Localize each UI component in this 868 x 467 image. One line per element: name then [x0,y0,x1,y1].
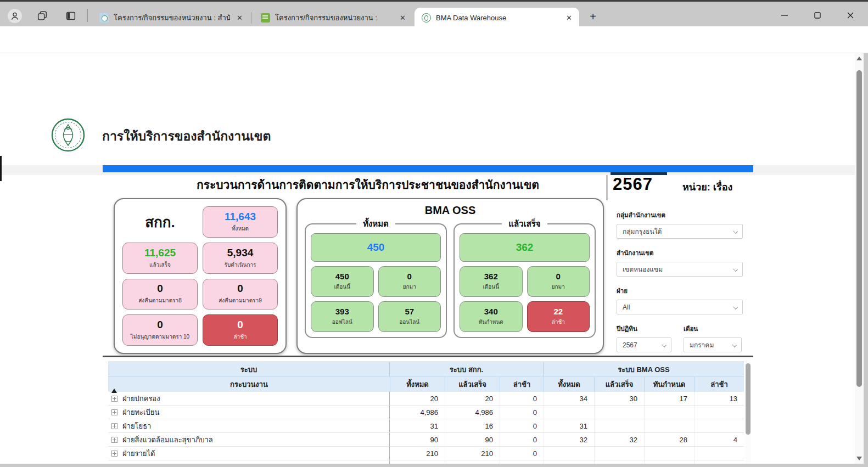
cell-value [544,406,594,419]
table-group-header[interactable]: ระบบ [108,362,390,377]
expand-icon[interactable] [111,437,117,443]
table-row: ฝ่ายทะเบียน4,9864,9860 [108,406,744,419]
table-column-header[interactable]: แล้วเสร็จ [594,377,644,392]
cell-value: 31 [390,419,445,432]
expand-icon[interactable] [111,423,117,429]
table-group-header-row: ระบบระบบ สกก.ระบบ BMA OSS [108,362,744,377]
cell-value: 0 [500,406,544,419]
cell-value: 32 [594,433,644,446]
filter-dropdown[interactable]: All [617,300,743,314]
profile-icon[interactable] [8,9,22,23]
stat-value: 11,643 [225,211,256,223]
stat-label: ออนไลน์ [399,318,419,326]
oss-stat-box: 340ทันกำหนด [460,301,523,332]
filter-dropdown[interactable]: เขตหนองแขม [617,262,743,277]
browser-tab-2[interactable]: โครงการ/กิจกรรมของหน่วยงาน :✕ [254,8,413,28]
page-content: การให้บริการของสำนักงานเขต กระบวนการด้าน… [0,53,864,464]
table-group-header[interactable]: ระบบ สกก. [390,362,544,377]
table-column-header-row: กระบวนงานทั้งหมดแล้วเสร็จล่าช้าทั้งหมดแล… [108,377,744,392]
row-name-cell[interactable]: ฝ่ายสิ่งแวดล้อมและสุขาภิบาล [108,433,390,446]
filter-dropdown[interactable]: มกราคม [684,337,742,352]
tab-close-icon[interactable]: ✕ [235,14,244,22]
table-row: ฝ่ายโยธา3116031 [108,419,744,433]
cell-value [694,419,744,432]
stat-value: 362 [516,241,534,254]
row-name-cell[interactable]: ฝ่ายปกครอง [108,392,390,405]
new-tab-button[interactable]: + [586,10,600,23]
table-column-header[interactable]: ทั้งหมด [390,377,445,392]
table-row: ฝ่ายรายได้2102100 [108,447,744,460]
table-column-header[interactable]: ล่าช้า [694,377,744,392]
browser-tab-3[interactable]: BMA Data Warehouse✕ [415,8,579,28]
tab-close-icon[interactable]: ✕ [398,14,407,22]
window-maximize-button[interactable] [810,9,825,22]
cell-value: 31 [544,419,594,432]
cell-value: 0 [500,460,544,464]
bma-oss-card: BMA OSS ทั้งหมด450450เดือนนี้0ยกมา393ออฟ… [296,198,604,354]
cell-value [644,419,694,432]
tab-title: โครงการ/กิจกรรมของหน่วยงาน : สำนัก [114,12,230,24]
table-column-header[interactable]: ทั้งหมด [544,377,594,392]
table-column-header[interactable]: กระบวนงาน [108,377,390,392]
cell-value: 34 [544,392,594,405]
cell-value: 32 [544,433,594,446]
table-row: ฝ่ายปกครอง2020034301713 [108,392,744,406]
filter-dropdown[interactable]: กลุ่มกรุงธนใต้ [617,224,743,239]
cell-value: 20 [445,392,500,405]
browser-scrollbar-thumb[interactable] [856,70,862,387]
cell-value [644,406,694,419]
page-edge-mark [0,156,2,181]
section-divider [103,356,753,357]
expand-icon[interactable] [111,451,117,457]
tab-actions-icon[interactable] [64,9,78,23]
table-column-header[interactable]: ทันกำหนด [644,377,694,392]
table-column-header[interactable]: แล้วเสร็จ [445,377,500,392]
window-close-button[interactable] [843,9,858,22]
cell-value: 90 [390,460,445,464]
expand-icon[interactable] [111,396,117,402]
year-value: 2567 [613,175,653,194]
row-name-cell[interactable]: ฝ่ายรายได้ [108,447,390,460]
sort-ascending-icon[interactable] [111,389,117,393]
cell-value: 0 [500,392,544,405]
filter-2: ฝ่ายAll [617,286,743,314]
table-column-header[interactable]: ล่าช้า [500,377,544,392]
workspaces-icon[interactable] [35,9,49,23]
stat-value: 340 [484,307,498,317]
table-group-header[interactable]: ระบบ BMA OSS [544,362,744,377]
cell-value: 0 [500,419,544,432]
stat-label: ส่งคืนตามมาตรา9 [219,296,261,305]
scroll-down-icon[interactable] [856,457,862,460]
chevron-down-icon [733,267,738,272]
stat-label: รับดำเนินการ [225,261,256,269]
cell-value: 210 [445,447,500,460]
oss-big-box: 362 [460,233,590,262]
filter-1: สำนักงานเขตเขตหนองแขม [617,248,743,277]
cell-value: 16 [445,419,500,432]
window-minimize-button[interactable] [777,9,792,22]
row-name-cell[interactable]: ฝ่ายทะเบียน [108,406,390,419]
row-name-cell[interactable]: ฝ่ายโยธา [108,419,390,432]
tab-title: โครงการ/กิจกรรมของหน่วยงาน : [275,12,393,24]
table-scrollbar[interactable] [746,362,751,464]
row-name: ฝ่ายปกครอง [122,393,160,404]
filter-dropdown[interactable]: 2567 [617,337,671,352]
sakk-stat-box: 11,625แล้วเสร็จ [122,243,198,274]
cell-value: 20 [390,392,445,405]
oss-stat-grid: 450เดือนนี้0ยกมา393ออฟไลน์57ออนไลน์ [311,266,441,332]
sakk-card-title: สกก. [122,206,198,238]
oss-subgroup-legend: ทั้งหมด [356,217,395,230]
browser-scrollbar[interactable] [855,53,864,464]
cell-value [594,419,644,432]
cell-value: 13 [694,392,744,405]
oss-stat-box: 450เดือนนี้ [311,266,374,297]
browser-tab-1[interactable]: โครงการ/กิจกรรมของหน่วยงาน : สำนัก✕ [92,8,250,28]
table-scrollbar-thumb[interactable] [746,363,751,435]
scroll-up-icon[interactable] [856,57,862,60]
expand-icon[interactable] [111,409,117,415]
oss-stat-box: 393ออฟไลน์ [311,301,374,332]
row-name-cell[interactable]: ฝ่ายรักษาความสะอาดและสวนสาธารณะ [108,460,390,464]
cell-value [594,406,644,419]
cell-value: 4 [694,433,744,446]
tab-close-icon[interactable]: ✕ [564,14,574,22]
